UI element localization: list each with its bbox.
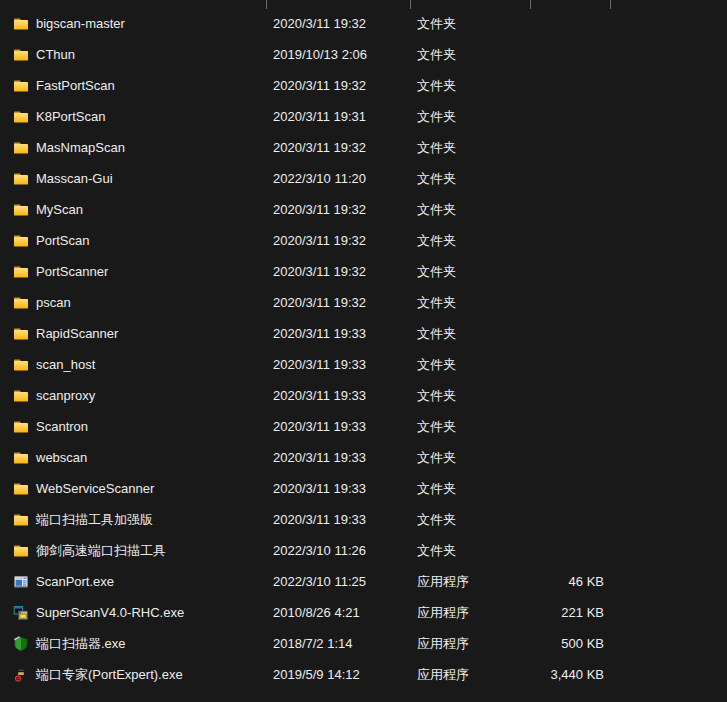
date-modified: 2022/3/10 11:26 — [266, 543, 410, 558]
folder-icon — [13, 109, 29, 125]
file-type: 文件夹 — [410, 15, 530, 33]
file-type: 文件夹 — [410, 356, 530, 374]
date-modified: 2019/5/9 14:12 — [266, 667, 410, 682]
date-modified: 2010/8/26 4:21 — [266, 605, 410, 620]
file-name-cell: RapidScanner — [0, 326, 266, 342]
file-size: 3,440 KB — [530, 667, 604, 682]
file-row[interactable]: ScanPort.exe 2022/3/10 11:25 应用程序 46 KB — [0, 566, 727, 597]
date-modified: 2022/3/10 11:25 — [266, 574, 410, 589]
date-modified: 2020/3/11 19:33 — [266, 419, 410, 434]
file-size: 221 KB — [530, 605, 604, 620]
file-row[interactable]: scan_host 2020/3/11 19:33 文件夹 — [0, 349, 727, 380]
file-name: 端口扫描工具加强版 — [36, 511, 153, 529]
date-modified: 2020/3/11 19:33 — [266, 388, 410, 403]
shield-app-icon — [13, 636, 29, 652]
file-row[interactable]: scanproxy 2020/3/11 19:33 文件夹 — [0, 380, 727, 411]
file-name: Scantron — [36, 419, 88, 434]
file-name: Masscan-Gui — [36, 171, 113, 186]
file-name: FastPortScan — [36, 78, 115, 93]
file-type: 应用程序 — [410, 604, 530, 622]
file-name: 御剑高速端口扫描工具 — [36, 542, 166, 560]
folder-icon — [13, 419, 29, 435]
file-row[interactable]: WebServiceScanner 2020/3/11 19:33 文件夹 — [0, 473, 727, 504]
file-name: pscan — [36, 295, 71, 310]
file-name: scanproxy — [36, 388, 95, 403]
file-explorer-window: bigscan-master 2020/3/11 19:32 文件夹 CThun… — [0, 0, 727, 702]
spy-app-icon — [13, 667, 29, 683]
file-type: 文件夹 — [410, 263, 530, 281]
folder-icon — [13, 388, 29, 404]
file-name-cell: ScanPort.exe — [0, 574, 266, 590]
date-modified: 2020/3/11 19:33 — [266, 326, 410, 341]
date-modified: 2020/3/11 19:33 — [266, 481, 410, 496]
file-name-cell: Masscan-Gui — [0, 171, 266, 187]
file-row[interactable]: Scantron 2020/3/11 19:33 文件夹 — [0, 411, 727, 442]
file-name-cell: CThun — [0, 47, 266, 63]
file-name: MasNmapScan — [36, 140, 125, 155]
file-row[interactable]: MasNmapScan 2020/3/11 19:32 文件夹 — [0, 132, 727, 163]
file-type: 文件夹 — [410, 542, 530, 560]
file-type: 文件夹 — [410, 449, 530, 467]
date-modified: 2020/3/11 19:32 — [266, 140, 410, 155]
file-name-cell: 端口扫描工具加强版 — [0, 511, 266, 529]
file-row[interactable]: SuperScanV4.0-RHC.exe 2010/8/26 4:21 应用程… — [0, 597, 727, 628]
file-list: bigscan-master 2020/3/11 19:32 文件夹 CThun… — [0, 8, 727, 690]
file-name-cell: PortScanner — [0, 264, 266, 280]
file-type: 文件夹 — [410, 108, 530, 126]
file-type: 文件夹 — [410, 480, 530, 498]
file-type: 文件夹 — [410, 325, 530, 343]
date-modified: 2020/3/11 19:32 — [266, 16, 410, 31]
file-type: 文件夹 — [410, 232, 530, 250]
file-name-cell: FastPortScan — [0, 78, 266, 94]
file-name-cell: bigscan-master — [0, 16, 266, 32]
file-row[interactable]: 端口扫描器.exe 2018/7/2 1:14 应用程序 500 KB — [0, 628, 727, 659]
file-type: 文件夹 — [410, 511, 530, 529]
folder-icon — [13, 357, 29, 373]
file-row[interactable]: Masscan-Gui 2022/3/10 11:20 文件夹 — [0, 163, 727, 194]
file-row[interactable]: bigscan-master 2020/3/11 19:32 文件夹 — [0, 8, 727, 39]
file-name-cell: 端口扫描器.exe — [0, 635, 266, 653]
date-modified: 2022/3/10 11:20 — [266, 171, 410, 186]
date-modified: 2018/7/2 1:14 — [266, 636, 410, 651]
file-name-cell: 端口专家(PortExpert).exe — [0, 666, 266, 684]
file-row[interactable]: FastPortScan 2020/3/11 19:32 文件夹 — [0, 70, 727, 101]
folder-icon — [13, 264, 29, 280]
folder-icon — [13, 481, 29, 497]
file-row[interactable]: pscan 2020/3/11 19:32 文件夹 — [0, 287, 727, 318]
scanport-app-icon — [13, 574, 29, 590]
date-modified: 2020/3/11 19:33 — [266, 512, 410, 527]
file-row[interactable]: 端口专家(PortExpert).exe 2019/5/9 14:12 应用程序… — [0, 659, 727, 690]
file-row[interactable]: MyScan 2020/3/11 19:32 文件夹 — [0, 194, 727, 225]
file-name: bigscan-master — [36, 16, 125, 31]
folder-icon — [13, 450, 29, 466]
file-name: CThun — [36, 47, 75, 62]
folder-icon — [13, 543, 29, 559]
date-modified: 2020/3/11 19:32 — [266, 78, 410, 93]
date-modified: 2020/3/11 19:33 — [266, 450, 410, 465]
file-row[interactable]: PortScanner 2020/3/11 19:32 文件夹 — [0, 256, 727, 287]
file-name: PortScanner — [36, 264, 108, 279]
file-row[interactable]: RapidScanner 2020/3/11 19:33 文件夹 — [0, 318, 727, 349]
file-row[interactable]: 御剑高速端口扫描工具 2022/3/10 11:26 文件夹 — [0, 535, 727, 566]
date-modified: 2020/3/11 19:32 — [266, 233, 410, 248]
file-name: 端口扫描器.exe — [36, 635, 126, 653]
file-row[interactable]: PortScan 2020/3/11 19:32 文件夹 — [0, 225, 727, 256]
file-name: RapidScanner — [36, 326, 118, 341]
file-name-cell: MasNmapScan — [0, 140, 266, 156]
file-name: K8PortScan — [36, 109, 105, 124]
file-type: 文件夹 — [410, 46, 530, 64]
file-row[interactable]: CThun 2019/10/13 2:06 文件夹 — [0, 39, 727, 70]
file-name: WebServiceScanner — [36, 481, 154, 496]
file-row[interactable]: 端口扫描工具加强版 2020/3/11 19:33 文件夹 — [0, 504, 727, 535]
file-type: 应用程序 — [410, 666, 530, 684]
folder-icon — [13, 171, 29, 187]
file-row[interactable]: K8PortScan 2020/3/11 19:31 文件夹 — [0, 101, 727, 132]
file-name-cell: MyScan — [0, 202, 266, 218]
file-name: scan_host — [36, 357, 95, 372]
file-name: ScanPort.exe — [36, 574, 114, 589]
date-modified: 2020/3/11 19:32 — [266, 264, 410, 279]
folder-icon — [13, 326, 29, 342]
file-type: 应用程序 — [410, 573, 530, 591]
file-row[interactable]: webscan 2020/3/11 19:33 文件夹 — [0, 442, 727, 473]
date-modified: 2020/3/11 19:31 — [266, 109, 410, 124]
